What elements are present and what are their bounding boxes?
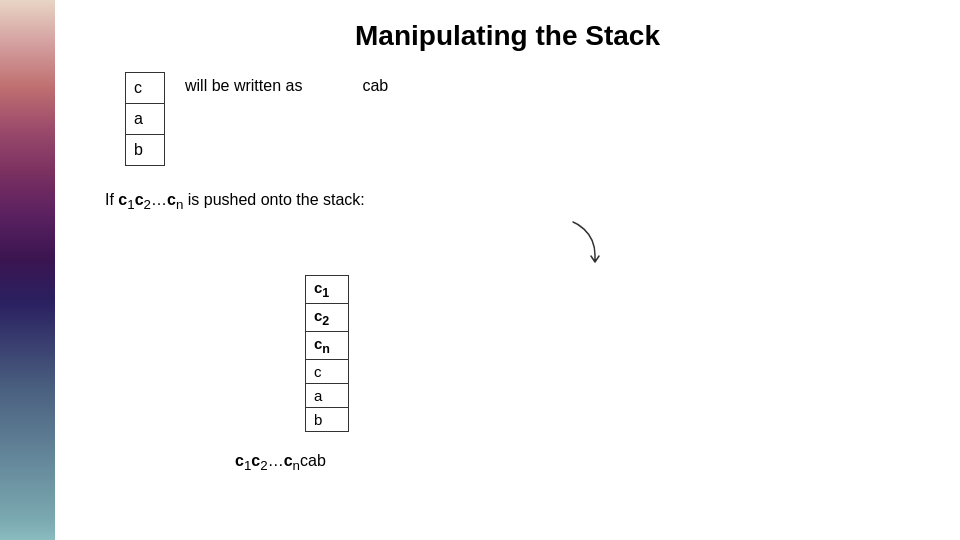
stack-cell-a: a — [126, 104, 164, 135]
middle-section: If c1c2…cn is pushed onto the stack: c1 … — [105, 191, 920, 432]
top-section: c a b will be written as cab — [125, 72, 920, 166]
bottom-stack-cell-c: c — [306, 360, 348, 384]
stack-cell-c: c — [126, 73, 164, 104]
if-text: If c1c2…cn is pushed onto the stack: — [105, 191, 920, 212]
cab-text: cab — [362, 72, 388, 95]
bottom-stack-box: c1 c2 cn c a b — [305, 275, 349, 432]
top-stack-box: c a b — [125, 72, 165, 166]
left-sidebar — [0, 0, 55, 540]
main-content: Manipulating the Stack c a b will be wri… — [55, 0, 960, 540]
arrow-container — [225, 220, 920, 270]
bottom-label: c1c2…cncab — [235, 452, 920, 473]
bottom-stack-cell-cn: cn — [306, 332, 348, 360]
bottom-stack-wrapper: c1 c2 cn c a b — [305, 275, 920, 432]
will-be-written-as-text: will be written as — [185, 72, 302, 95]
bottom-stack-cell-c1: c1 — [306, 276, 348, 304]
stack-cell-b: b — [126, 135, 164, 166]
bottom-stack-cell-a: a — [306, 384, 348, 408]
page-title: Manipulating the Stack — [95, 20, 920, 52]
bottom-stack-cell-c2: c2 — [306, 304, 348, 332]
push-arrow — [543, 220, 603, 270]
bottom-stack-cell-b: b — [306, 408, 348, 432]
